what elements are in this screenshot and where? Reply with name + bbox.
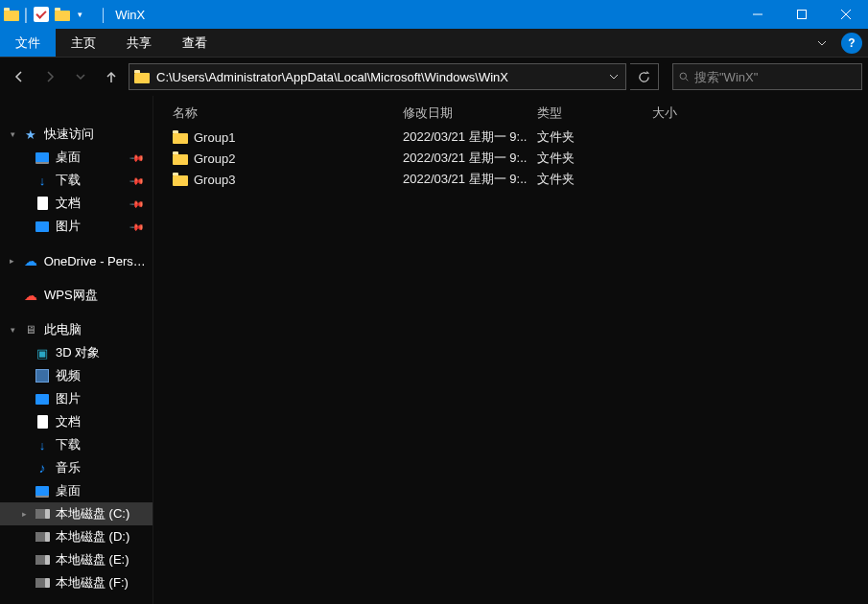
address-bar[interactable] xyxy=(129,63,626,90)
column-size[interactable]: 大小 xyxy=(652,105,748,122)
sidebar-quick-item[interactable]: 下载📌 xyxy=(0,169,152,192)
tab-1[interactable]: 共享 xyxy=(111,29,167,57)
star-icon xyxy=(23,127,38,142)
drive-icon xyxy=(35,529,50,545)
file-list[interactable]: 名称 修改日期 类型 大小 Group12022/03/21 星期一 9:..文… xyxy=(153,96,868,604)
pin-icon: 📌 xyxy=(129,196,145,211)
search-input[interactable] xyxy=(694,70,856,84)
sidebar-label: OneDrive - Persona xyxy=(44,254,152,268)
file-type: 文件夹 xyxy=(537,128,652,146)
column-headers[interactable]: 名称 修改日期 类型 大小 xyxy=(153,100,868,127)
chevron-right-icon[interactable]: ▸ xyxy=(8,256,17,266)
sidebar-item-label: 本地磁盘 (C:) xyxy=(56,505,129,523)
sidebar-item-label: 3D 对象 xyxy=(56,344,100,361)
sidebar-pc-item[interactable]: 本地磁盘 (F:) xyxy=(0,571,152,594)
column-name[interactable]: 名称 xyxy=(153,105,403,122)
music-icon xyxy=(35,460,50,476)
address-dropdown-icon[interactable] xyxy=(602,72,625,81)
column-type[interactable]: 类型 xyxy=(537,105,652,122)
maximize-button[interactable] xyxy=(780,0,824,29)
new-folder-icon[interactable] xyxy=(55,8,70,21)
file-row[interactable]: Group12022/03/21 星期一 9:..文件夹 xyxy=(153,127,868,148)
doc-icon xyxy=(35,414,50,430)
properties-icon[interactable] xyxy=(34,7,49,22)
sidebar-onedrive[interactable]: ▸ OneDrive - Persona xyxy=(0,249,152,272)
sidebar-quick-item[interactable]: 桌面📌 xyxy=(0,146,152,169)
sidebar-item-label: 下载 xyxy=(56,172,81,189)
sidebar-item-label: 视频 xyxy=(56,367,81,384)
folder-icon xyxy=(4,8,19,21)
chevron-down-icon[interactable]: ▾ xyxy=(8,325,17,335)
sidebar-item-label: 本地磁盘 (F:) xyxy=(56,574,129,592)
svg-line-6 xyxy=(686,79,688,81)
tab-0[interactable]: 主页 xyxy=(56,29,111,57)
sidebar-pc-item[interactable]: 本地磁盘 (D:) xyxy=(0,525,152,548)
sidebar-quick-access[interactable]: ▾ 快速访问 xyxy=(0,123,152,146)
forward-button[interactable] xyxy=(36,63,63,90)
drive-icon xyxy=(35,506,50,522)
minimize-button[interactable] xyxy=(736,0,780,29)
cloud-icon xyxy=(23,253,38,268)
sidebar-pc-item[interactable]: 桌面 xyxy=(0,479,152,502)
ribbon-tabs: 文件 主页共享查看 ? xyxy=(0,29,868,58)
address-input[interactable] xyxy=(154,70,602,84)
back-button[interactable] xyxy=(6,63,33,90)
monitor-icon xyxy=(35,150,50,165)
sidebar-quick-item[interactable]: 图片📌 xyxy=(0,215,152,238)
sidebar-pc-item[interactable]: 下载 xyxy=(0,433,152,456)
navigation-bar xyxy=(0,58,868,96)
video-icon xyxy=(35,368,50,383)
sidebar-pc-item[interactable]: 图片 xyxy=(0,387,152,410)
3d-icon xyxy=(35,345,50,360)
close-button[interactable] xyxy=(824,0,868,29)
sidebar-pc-item[interactable]: 视频 xyxy=(0,364,152,387)
title-bar: │ ▾ │ WinX xyxy=(0,0,868,29)
navigation-pane[interactable]: ▾ 快速访问 桌面📌下载📌文档📌图片📌 ▸ OneDrive - Persona… xyxy=(0,96,153,604)
sidebar-pc-item[interactable]: 音乐 xyxy=(0,456,152,479)
quick-access-toolbar: │ ▾ xyxy=(0,7,92,22)
search-box[interactable] xyxy=(672,63,862,90)
sidebar-pc-item[interactable]: ▸本地磁盘 (C:) xyxy=(0,502,152,525)
window-title: WinX xyxy=(115,8,145,22)
title-separator: │ xyxy=(92,8,115,22)
drive-icon xyxy=(35,575,50,591)
sidebar-item-label: 文档 xyxy=(56,195,81,212)
file-name: Group3 xyxy=(194,173,235,187)
monitor-icon xyxy=(35,483,50,499)
folder-icon xyxy=(173,173,188,186)
sidebar-label: 此电脑 xyxy=(44,321,82,338)
recent-locations-button[interactable] xyxy=(67,63,94,90)
down-icon xyxy=(35,437,50,453)
sidebar-item-label: 图片 xyxy=(56,218,81,235)
pin-icon: 📌 xyxy=(129,219,145,234)
sidebar-label: WPS网盘 xyxy=(44,287,98,304)
search-icon xyxy=(679,70,689,83)
chevron-down-icon[interactable]: ▾ xyxy=(8,129,17,139)
sidebar-item-label: 音乐 xyxy=(56,459,81,476)
sidebar-wps[interactable]: WPS网盘 xyxy=(0,284,152,307)
svg-point-5 xyxy=(680,73,686,79)
sidebar-quick-item[interactable]: 文档📌 xyxy=(0,192,152,215)
tab-2[interactable]: 查看 xyxy=(167,29,223,57)
tab-file[interactable]: 文件 xyxy=(0,29,56,57)
sidebar-pc-item[interactable]: 本地磁盘 (E:) xyxy=(0,548,152,571)
sidebar-item-label: 桌面 xyxy=(56,482,81,499)
qat-customize-icon[interactable]: ▾ xyxy=(72,10,88,19)
sidebar-item-label: 桌面 xyxy=(56,149,81,166)
file-name: Group2 xyxy=(194,151,235,166)
sidebar-pc-item[interactable]: 3D 对象 xyxy=(0,341,152,364)
file-type: 文件夹 xyxy=(537,171,652,188)
help-button[interactable]: ? xyxy=(841,33,862,54)
refresh-button[interactable] xyxy=(630,63,659,90)
ribbon-expand-icon[interactable] xyxy=(809,29,835,57)
qat-separator: │ xyxy=(21,8,32,22)
folder-icon xyxy=(173,130,188,144)
file-row[interactable]: Group22022/03/21 星期一 9:..文件夹 xyxy=(153,148,868,169)
sidebar-pc-item[interactable]: 文档 xyxy=(0,410,152,433)
file-row[interactable]: Group32022/03/21 星期一 9:..文件夹 xyxy=(153,169,868,190)
file-date: 2022/03/21 星期一 9:.. xyxy=(403,171,537,188)
down-icon xyxy=(35,173,50,188)
up-button[interactable] xyxy=(98,63,125,90)
column-date[interactable]: 修改日期 xyxy=(403,105,537,122)
sidebar-this-pc[interactable]: ▾ 此电脑 xyxy=(0,318,152,341)
